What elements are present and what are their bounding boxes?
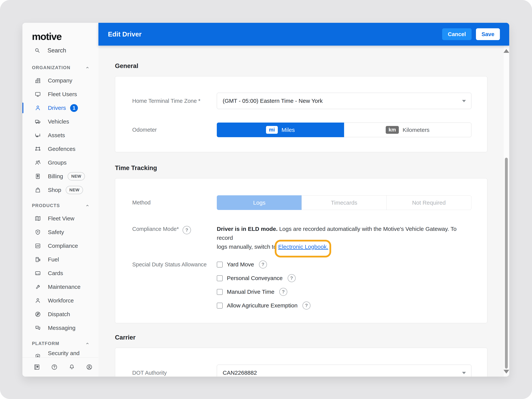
- method-label: Method: [132, 195, 217, 210]
- allow-agriculture-exemption-option: Allow Agriculture Exemption: [217, 299, 471, 312]
- building-icon: [35, 77, 41, 84]
- km-unit-chip: km: [386, 126, 399, 134]
- manual-drive-time-checkbox[interactable]: [217, 289, 223, 295]
- sidebar-item-maintenance[interactable]: Maintenance: [22, 280, 98, 294]
- kilometers-option[interactable]: km Kilometers: [344, 123, 472, 137]
- fuel-pump-icon: [35, 256, 41, 263]
- sidebar-item-search[interactable]: Search: [22, 42, 98, 59]
- sidebar-footer: [22, 357, 98, 377]
- guide-book-icon[interactable]: [33, 364, 40, 370]
- mi-unit-chip: mi: [266, 126, 278, 134]
- shopping-bag-icon: [35, 187, 41, 193]
- sidebar-item-company[interactable]: Company: [22, 74, 98, 87]
- compliance-mode-description: Driver is in ELD mode. Logs are recorded…: [217, 224, 471, 251]
- sidebar-item-workforce[interactable]: Workforce: [22, 294, 98, 307]
- motive-logo: motive: [22, 23, 98, 42]
- new-badge: NEW: [66, 186, 83, 194]
- chevron-up-icon[interactable]: [85, 203, 90, 208]
- compliance-mode-label: Compliance Mode*: [132, 224, 217, 251]
- sidebar-item-cards[interactable]: Cards: [22, 266, 98, 280]
- vertical-scrollbar[interactable]: [503, 46, 509, 377]
- time-tracking-section-heading: Time Tracking: [115, 164, 487, 171]
- sidebar-item-drivers[interactable]: Drivers 1: [22, 101, 98, 115]
- chat-icon: [35, 325, 41, 331]
- sidebar-item-fuel[interactable]: Fuel: [22, 253, 98, 266]
- cancel-button[interactable]: Cancel: [442, 28, 472, 40]
- new-badge: NEW: [68, 172, 85, 180]
- chart-icon: [35, 243, 41, 249]
- truck-icon: [35, 118, 41, 125]
- group-icon: [35, 159, 41, 166]
- personal-conveyance-checkbox[interactable]: [217, 275, 223, 281]
- chevron-down-icon: [462, 100, 466, 102]
- manual-drive-time-option: Manual Drive Time: [217, 285, 471, 299]
- chevron-up-icon[interactable]: [85, 341, 90, 346]
- general-card: Home Terminal Time Zone * (GMT - 05:00) …: [115, 76, 487, 152]
- sidebar-item-geofences[interactable]: Geofences: [22, 142, 98, 156]
- sidebar-item-compliance[interactable]: Compliance: [22, 239, 98, 253]
- special-duty-status-allowance-label: Special Duty Status Allowance: [132, 258, 217, 312]
- edit-driver-header: Edit Driver Cancel Save: [98, 23, 509, 46]
- dispatch-pin-icon: [35, 311, 41, 317]
- allow-agriculture-exemption-checkbox[interactable]: [217, 303, 223, 309]
- carrier-card: DOT Authority CAN2268882: [115, 348, 487, 377]
- trailer-icon: [35, 132, 41, 139]
- dot-authority-select[interactable]: CAN2268882: [217, 365, 471, 377]
- tab-timecards[interactable]: Timecards: [302, 195, 386, 210]
- scrollbar-thumb[interactable]: [505, 158, 508, 369]
- electronic-logbook-link[interactable]: Electronic Logbook.: [278, 244, 328, 250]
- credit-card-icon: [35, 270, 41, 276]
- edit-driver-form: General Home Terminal Time Zone * (GMT -…: [98, 46, 509, 377]
- home-terminal-time-zone-select[interactable]: (GMT - 05:00) Eastern Time - New York: [217, 93, 471, 109]
- page-title: Edit Driver: [108, 30, 142, 38]
- scroll-down-arrow-icon[interactable]: [504, 370, 509, 374]
- personal-conveyance-option: Personal Conveyance: [217, 271, 471, 285]
- help-icon[interactable]: [259, 260, 267, 268]
- home-terminal-time-zone-label: Home Terminal Time Zone *: [132, 93, 217, 109]
- general-section-heading: General: [115, 62, 487, 70]
- chevron-up-icon[interactable]: [85, 65, 90, 70]
- method-tabs: Logs Timecards Not Required: [217, 195, 471, 210]
- miles-option[interactable]: mi Miles: [217, 123, 344, 137]
- help-icon[interactable]: [279, 288, 287, 296]
- section-header-platform[interactable]: PLATFORM: [22, 337, 98, 350]
- drivers-count-badge: 1: [70, 104, 78, 112]
- app-window: motive Search ORGANIZATION Company Fleet…: [22, 23, 509, 377]
- sidebar-item-vehicles[interactable]: Vehicles: [22, 115, 98, 128]
- sidebar-item-dispatch[interactable]: Dispatch: [22, 307, 98, 321]
- dot-authority-label: DOT Authority: [132, 365, 217, 377]
- bell-icon[interactable]: [68, 364, 75, 370]
- sidebar-item-fleet-users[interactable]: Fleet Users: [22, 87, 98, 101]
- help-icon[interactable]: [303, 302, 310, 310]
- sidebar-item-assets[interactable]: Assets: [22, 128, 98, 142]
- person-icon: [35, 297, 41, 304]
- sidebar-item-fleet-view[interactable]: Fleet View: [22, 212, 98, 225]
- map-icon: [35, 215, 41, 222]
- dot-authority-value: CAN2268882: [223, 370, 257, 376]
- save-button[interactable]: Save: [476, 28, 500, 40]
- help-icon[interactable]: [51, 364, 58, 370]
- chevron-down-icon: [462, 372, 466, 374]
- sidebar-item-groups[interactable]: Groups: [22, 156, 98, 170]
- search-icon: [34, 47, 41, 54]
- account-icon[interactable]: [86, 364, 93, 370]
- sidebar-item-safety[interactable]: Safety: [22, 225, 98, 239]
- yard-move-checkbox[interactable]: [217, 262, 223, 267]
- scroll-up-arrow-icon[interactable]: [504, 49, 509, 53]
- help-icon[interactable]: [288, 274, 296, 282]
- tab-logs[interactable]: Logs: [217, 195, 302, 210]
- driver-icon: [35, 105, 41, 111]
- geofence-icon: [35, 146, 41, 152]
- section-header-organization[interactable]: ORGANIZATION: [22, 62, 98, 74]
- carrier-section-heading: Carrier: [115, 334, 487, 341]
- time-zone-value: (GMT - 05:00) Eastern Time - New York: [223, 98, 323, 104]
- wrench-icon: [35, 284, 41, 290]
- sidebar: motive Search ORGANIZATION Company Fleet…: [22, 23, 99, 377]
- tab-not-required[interactable]: Not Required: [387, 195, 471, 210]
- section-header-products[interactable]: PRODUCTS: [22, 200, 98, 212]
- sidebar-item-messaging[interactable]: Messaging: [22, 321, 98, 335]
- help-icon[interactable]: [183, 226, 191, 234]
- sidebar-item-shop[interactable]: Shop NEW: [22, 183, 98, 197]
- sidebar-item-billing[interactable]: Billing NEW: [22, 170, 98, 183]
- odometer-label: Odometer: [132, 123, 217, 137]
